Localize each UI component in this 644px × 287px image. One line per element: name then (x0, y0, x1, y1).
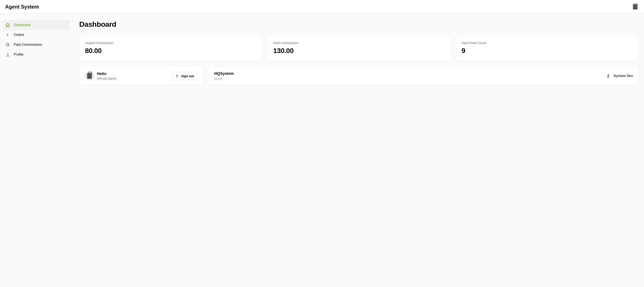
avatar[interactable] (632, 3, 639, 10)
github-icon (607, 74, 612, 78)
system-info: HQSystem v1.0.0 (214, 71, 234, 80)
sidebar-item-label: Profile (14, 53, 23, 56)
stat-label: Paid Commission (273, 41, 445, 45)
stat-label: Paid Order Count (462, 41, 633, 45)
sidebar-item-paid-commissions[interactable]: Paid Commissions (3, 40, 70, 50)
system-name: HQSystem (214, 71, 234, 76)
stat-value: 80.00 (85, 47, 256, 55)
page-title: Dashboard (79, 20, 639, 28)
svg-point-1 (7, 53, 8, 54)
system-dev-label: System Dev (614, 74, 633, 78)
sign-out-icon (175, 74, 179, 78)
user-icon (5, 52, 10, 57)
stat-card-unpaid-commission: Unpaid Commission 80.00 (79, 36, 262, 61)
user-greeting: Hello (97, 72, 116, 76)
system-dev-link[interactable]: System Dev (607, 74, 633, 78)
stat-value: 130.00 (273, 47, 445, 55)
main: Dashboard Unpaid Commission 80.00 Paid C… (73, 14, 644, 287)
sidebar-item-label: Orders (14, 33, 24, 37)
avatar-image (633, 4, 637, 9)
sign-out-label: Sign out (181, 74, 194, 78)
sidebar-item-profile[interactable]: Profile (3, 50, 70, 59)
stat-value: 9 (462, 47, 633, 55)
user-text: Hello Ahmad Agent (97, 72, 116, 80)
page-body: Dashboard Orders Paid Commissions Profil… (0, 14, 644, 287)
sidebar-item-dashboard[interactable]: Dashboard (3, 20, 70, 30)
avatar-image (87, 73, 92, 79)
stat-label: Unpaid Commission (85, 41, 256, 45)
card-user: Hello Ahmad Agent Sign out (79, 66, 204, 85)
dollar-circle-icon (5, 42, 10, 47)
user-info: Hello Ahmad Agent (85, 71, 116, 80)
avatar (85, 71, 94, 80)
sidebar: Dashboard Orders Paid Commissions Profil… (0, 14, 73, 287)
app-title: Agent System (5, 4, 39, 10)
stats-row: Unpaid Commission 80.00 Paid Commission … (79, 36, 639, 61)
stat-card-paid-commission: Paid Commission 130.00 (268, 36, 450, 61)
system-version: v1.0.0 (214, 77, 234, 80)
sidebar-item-orders[interactable]: Orders (3, 30, 70, 40)
stat-card-paid-order-count: Paid Order Count 9 (456, 36, 639, 61)
sidebar-item-label: Dashboard (14, 23, 30, 27)
sidebar-item-label: Paid Commissions (14, 43, 42, 47)
topbar: Agent System (0, 0, 644, 14)
home-icon (5, 22, 10, 27)
user-name: Ahmad Agent (97, 77, 116, 80)
card-system: HQSystem v1.0.0 System Dev (208, 66, 639, 85)
info-row: Hello Ahmad Agent Sign out HQSystem v1.0… (79, 66, 639, 85)
bolt-icon (5, 32, 10, 37)
sign-out-button[interactable]: Sign out (172, 72, 198, 80)
